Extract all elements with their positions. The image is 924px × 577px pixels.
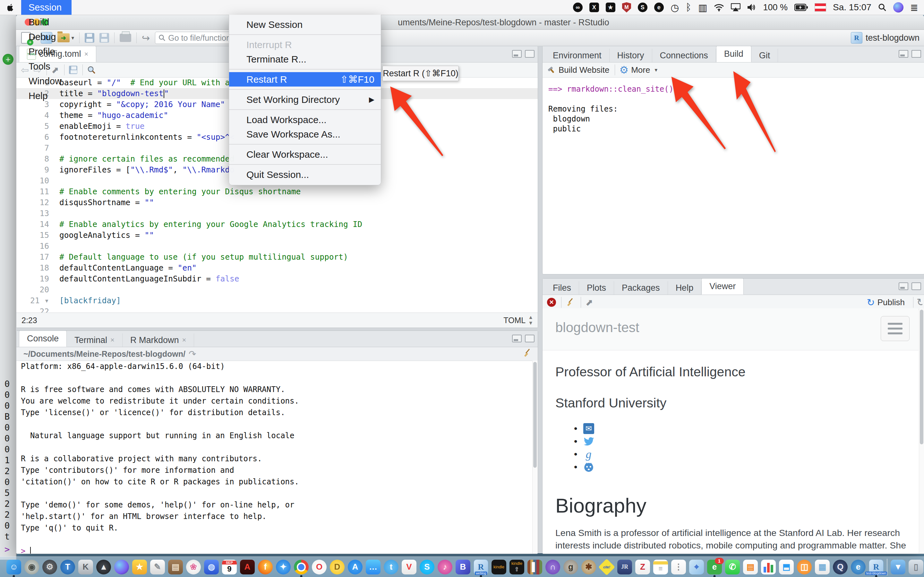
mcafee-shield-icon[interactable]: M [622,2,631,13]
social-link-github[interactable] [574,461,906,474]
minimize-pane-icon[interactable] [899,50,908,58]
siri-icon[interactable] [893,2,903,13]
dock-ibooks[interactable]: ◫ [797,560,812,574]
dock-photos-browser[interactable]: ▦ [815,560,830,574]
dock-vivaldi[interactable]: V [402,560,417,574]
dock-keynote[interactable]: ⬒ [779,560,794,574]
menu-help[interactable]: Help [21,89,71,103]
build-website-button[interactable]: Build Website [547,65,610,75]
file-type-selector[interactable]: TOML ▲▼ [503,314,533,326]
dock-mascot-tools[interactable]: ✱ [582,560,596,574]
session-menu-item-terminate-r[interactable]: Terminate R... [229,52,381,66]
dock-skype[interactable]: S [420,560,435,574]
google-scholar-icon[interactable]: g [583,448,594,461]
menu-session[interactable]: Session [21,0,71,15]
session-menu-item-clear-workspace[interactable]: Clear Workspace... [229,147,381,161]
dock-calendar[interactable]: SEP9 [222,560,237,574]
dock-kindle[interactable]: kindle [491,560,506,574]
maximize-pane-icon[interactable] [525,50,535,58]
menu-build[interactable]: Build [21,15,71,29]
more-button[interactable]: ⚙ More ▾ [620,64,657,76]
tab-terminal[interactable]: Terminal× [67,334,123,347]
dock-github-dock[interactable]: ∩ [545,560,560,574]
dock-kindle-updater[interactable]: kindle⇧ [509,560,524,574]
maximize-pane-icon[interactable] [911,282,921,290]
wifi-icon[interactable] [714,3,724,11]
tab-git[interactable]: Git [751,49,779,62]
dock-firefox[interactable]: f [258,560,273,574]
star-box-icon[interactable]: ★ [606,3,615,12]
dock-twitter-dock[interactable]: t [384,560,399,574]
publish-button[interactable]: ↻ Publish [867,297,905,308]
dock-finder[interactable]: ☺ [6,560,21,574]
bluetooth-icon[interactable]: ᛒ [686,2,691,13]
dock-app-store[interactable]: A [348,560,363,574]
dock-b-app[interactable]: B [456,560,470,574]
dock-rstudio-test-blogdown[interactable]: Rtest-blogdown [869,560,884,574]
dock-zotero[interactable]: Z [635,560,650,574]
close-tab-icon[interactable]: × [84,50,89,58]
session-menu-item-new-session[interactable]: New Session [229,17,381,32]
dock-thunderbird[interactable]: T [60,560,75,574]
dock-messages[interactable]: … [366,560,381,574]
refresh-icon[interactable]: ↻ [917,296,922,308]
social-link-google-scholar[interactable]: g [574,448,906,461]
twitter-icon[interactable] [583,436,594,447]
maximize-pane-icon[interactable] [525,335,535,342]
dock-itunes[interactable]: ♪ [438,560,452,574]
site-brand[interactable]: blogdown-test [556,320,640,335]
email-icon[interactable]: ✉ [583,423,594,434]
minimize-pane-icon[interactable] [899,282,908,290]
dock-chrome[interactable] [294,560,309,574]
dock-jr-app[interactable]: JR [617,560,632,574]
dock-blue-grid-app[interactable]: ◍ [204,560,219,574]
dock-charts-app[interactable] [761,560,776,574]
session-menu-item-quit-session[interactable]: Quit Session... [229,167,381,182]
dock-utility-disc[interactable]: ◉ [24,560,39,574]
find-icon[interactable] [87,66,95,74]
dock-siri-dock[interactable] [114,560,129,574]
tab-plots[interactable]: Plots [579,281,614,295]
maximize-pane-icon[interactable] [911,50,921,58]
volume-icon[interactable] [747,3,756,11]
dock-facetime[interactable]: ✆ [725,560,740,574]
goto-directory-icon[interactable]: ↷ [189,349,196,359]
close-tab-icon[interactable]: × [182,336,186,344]
dock-contacts[interactable]: ▤ [168,560,183,574]
console-scrollbar[interactable] [532,361,538,554]
x-app-icon[interactable]: X [590,3,599,12]
airplay-icon[interactable] [731,3,740,11]
tab-packages[interactable]: Packages [614,281,668,295]
creative-cloud-icon[interactable]: ∞ [573,3,583,12]
stop-icon[interactable]: ✕ [547,298,556,307]
window-titlebar[interactable]: uments/Meine-Repos/test-blogdown - maste… [16,15,924,30]
session-menu-item-restart-r[interactable]: Restart R⇧⌘F10 [229,72,381,87]
dock-safari[interactable]: ✦ [276,560,291,574]
minimize-pane-icon[interactable] [512,50,522,58]
dock-photos[interactable]: ❀ [186,560,201,574]
dock-keychain[interactable]: K [78,560,93,574]
dock-calibre[interactable]: ▌ [527,560,542,574]
menu-tools[interactable]: Tools [21,59,71,74]
viewer-popout-icon[interactable]: ⬈ [586,297,593,308]
menu-debug[interactable]: Debug [21,29,71,44]
austria-flag-icon[interactable] [814,3,826,11]
apple-menu[interactable] [0,0,21,15]
spotlight-icon[interactable] [878,3,887,11]
clear-viewer-icon[interactable] [566,298,575,307]
dock-reminders[interactable]: ⋮ [671,560,686,574]
dock-rocket-app[interactable]: ▲ [96,560,111,574]
dock-quicktime[interactable]: Q [833,560,848,574]
dock-gimp[interactable]: g [564,560,578,574]
dock-system-gear[interactable]: ⚙ [42,560,57,574]
dock-star-app[interactable]: ★ [132,560,147,574]
time-machine-icon[interactable]: ◷ [670,2,679,13]
dock-elephant-app[interactable]: e [851,560,866,574]
session-menu-item-save-workspace-as[interactable]: Save Workspace As... [229,127,381,141]
dock-cyberduck[interactable]: D [330,560,344,574]
dock-downloads[interactable]: ▼ [891,560,905,574]
tab-r-markdown[interactable]: R Markdown× [123,334,194,347]
session-menu-item-load-workspace[interactable]: Load Workspace... [229,113,381,127]
tab-history[interactable]: History [610,49,652,62]
dock-notes[interactable]: ≡ [653,560,668,574]
